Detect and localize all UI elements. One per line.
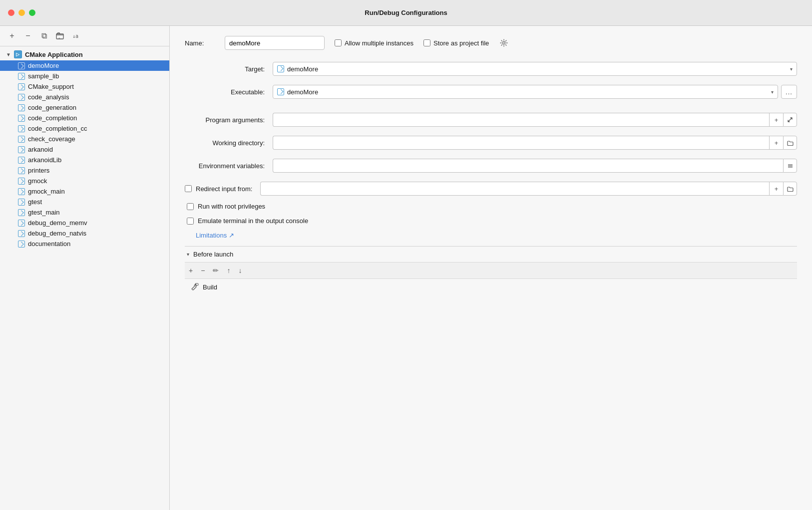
cmake-application-header[interactable]: ▼ ▷ CMake Application — [0, 48, 169, 60]
copy-configuration-button[interactable]: ⧉ — [38, 30, 50, 42]
program-arguments-input[interactable] — [273, 113, 769, 127]
tree-item-printers[interactable]: printers — [0, 165, 169, 176]
before-launch-header[interactable]: ▾ Before launch — [185, 246, 797, 262]
tree-item-check_coverage[interactable]: check_coverage — [0, 134, 169, 144]
tree-item-label: gmock — [28, 177, 47, 185]
before-launch-add-button[interactable]: + — [187, 265, 195, 275]
environment-variables-list-button[interactable] — [783, 159, 797, 173]
sidebar-toolbar: + − ⧉ + ↓a — [0, 26, 169, 46]
tree-item-code_generation[interactable]: code_generation — [0, 102, 169, 113]
program-arguments-expand-button[interactable] — [783, 113, 797, 127]
maximize-button[interactable] — [29, 9, 35, 16]
group-chevron-icon: ▼ — [6, 52, 11, 57]
tree-item-label: arkanoid — [28, 146, 53, 153]
tree-item-label: sample_lib — [28, 72, 59, 80]
target-select[interactable]: demoMore ▾ — [273, 62, 797, 76]
executable-select[interactable]: demoMore ▾ — [273, 85, 778, 99]
tree-item-code_analysis[interactable]: code_analysis — [0, 92, 169, 102]
store-as-project-checkbox[interactable] — [423, 39, 430, 46]
tree-item-code_completion[interactable]: code_completion — [0, 113, 169, 123]
allow-multiple-checkbox[interactable] — [335, 39, 342, 46]
cmake-application-label: CMake Application — [25, 51, 83, 58]
cmake-app-icon-17 — [18, 241, 25, 248]
before-launch-title: Before launch — [193, 251, 233, 258]
target-label: Target: — [185, 65, 265, 73]
tree-item-label: gtest — [28, 198, 42, 206]
name-label: Name: — [185, 39, 215, 47]
before-launch-edit-button[interactable]: ✏ — [211, 265, 221, 275]
tree-item-demoMore[interactable]: demoMore — [0, 60, 169, 71]
target-row: Target: demoMore ▾ — [185, 62, 797, 76]
before-launch-down-button[interactable]: ↓ — [236, 265, 244, 275]
tree-item-documentation[interactable]: documentation — [0, 239, 169, 249]
tree-item-label: code_completion — [28, 114, 77, 122]
remove-configuration-button[interactable]: − — [22, 30, 34, 42]
executable-controls: demoMore ▾ ... — [273, 85, 797, 99]
program-arguments-add-button[interactable]: + — [769, 113, 783, 127]
cmake-app-icon-0 — [18, 62, 25, 69]
tree-item-debug_demo_natvis[interactable]: debug_demo_natvis — [0, 228, 169, 239]
sort-button[interactable]: ↓a — [70, 30, 82, 42]
before-launch-remove-button[interactable]: − — [199, 265, 207, 275]
working-directory-add-button[interactable]: + — [769, 136, 783, 150]
add-configuration-button[interactable]: + — [6, 30, 18, 42]
executable-label: Executable: — [185, 88, 265, 96]
store-as-project-label: Store as project file — [433, 39, 489, 47]
gear-button[interactable] — [499, 38, 509, 48]
config-form: Name: Allow multiple instances Store as … — [170, 26, 812, 510]
tree-item-cmake_support[interactable]: CMake_support — [0, 81, 169, 92]
redirect-checkbox[interactable] — [185, 185, 192, 192]
cmake-app-icon-8 — [18, 146, 25, 153]
environment-variables-controls — [273, 159, 797, 173]
working-directory-folder-button[interactable] — [783, 136, 797, 150]
working-directory-label: Working directory: — [185, 139, 265, 147]
executable-select-icon — [277, 88, 284, 95]
allow-multiple-checkbox-group: Allow multiple instances — [335, 39, 413, 47]
environment-variables-input[interactable] — [273, 159, 783, 173]
tree-item-debug_demo_memv[interactable]: debug_demo_memv — [0, 218, 169, 228]
cmake-app-icon-14 — [18, 209, 25, 216]
redirect-input[interactable] — [260, 182, 769, 196]
tree-item-code_completion_cc[interactable]: code_completion_cc — [0, 123, 169, 134]
svg-text:↓a: ↓a — [72, 33, 78, 39]
main-layout: + − ⧉ + ↓a ▼ ▷ — [0, 26, 812, 510]
environment-variables-label: Environment variables: — [185, 162, 265, 170]
svg-point-3 — [503, 42, 505, 44]
run-root-checkbox[interactable] — [187, 203, 194, 210]
tree-item-gtest_main[interactable]: gtest_main — [0, 207, 169, 218]
target-controls: demoMore ▾ — [273, 62, 797, 76]
allow-multiple-label: Allow multiple instances — [345, 39, 413, 47]
tree-item-arkanoidLib[interactable]: arkanoidLib — [0, 155, 169, 165]
cmake-app-icon-10 — [18, 167, 25, 174]
redirect-add-button[interactable]: + — [769, 182, 783, 196]
cmake-app-icon-13 — [18, 199, 25, 206]
tree-item-gtest[interactable]: gtest — [0, 197, 169, 207]
before-launch-build-item[interactable]: Build — [185, 279, 797, 295]
target-select-wrapper: demoMore ▾ — [273, 62, 797, 76]
cmake-application-icon: ▷ — [14, 50, 22, 58]
working-directory-controls: + — [273, 136, 797, 150]
tree-item-label: debug_demo_memv — [28, 219, 87, 227]
minimize-button[interactable] — [18, 9, 25, 16]
limitations-link[interactable]: Limitations ↗ — [185, 232, 797, 239]
cmake-app-icon-11 — [18, 178, 25, 185]
executable-select-value: demoMore — [287, 88, 318, 96]
move-to-folder-button[interactable]: + — [54, 30, 66, 42]
tree-item-label: code_generation — [28, 104, 76, 111]
name-input[interactable] — [225, 36, 325, 50]
name-row: Name: Allow multiple instances Store as … — [185, 36, 797, 50]
emulate-terminal-checkbox[interactable] — [187, 218, 194, 225]
close-button[interactable] — [8, 9, 14, 16]
working-directory-input[interactable] — [273, 136, 769, 150]
tree-item-gmock_main[interactable]: gmock_main — [0, 186, 169, 197]
tree-item-gmock[interactable]: gmock — [0, 176, 169, 186]
cmake-app-icon-4 — [18, 104, 25, 111]
before-launch-up-button[interactable]: ↑ — [225, 265, 232, 275]
tree-item-sample_lib[interactable]: sample_lib — [0, 71, 169, 81]
tree-item-label: gmock_main — [28, 188, 65, 195]
redirect-folder-button[interactable] — [783, 182, 797, 196]
executable-more-button[interactable]: ... — [781, 85, 797, 99]
tree-item-label: printers — [28, 167, 49, 174]
tree-item-arkanoid[interactable]: arkanoid — [0, 144, 169, 155]
target-chevron-icon: ▾ — [790, 66, 793, 72]
